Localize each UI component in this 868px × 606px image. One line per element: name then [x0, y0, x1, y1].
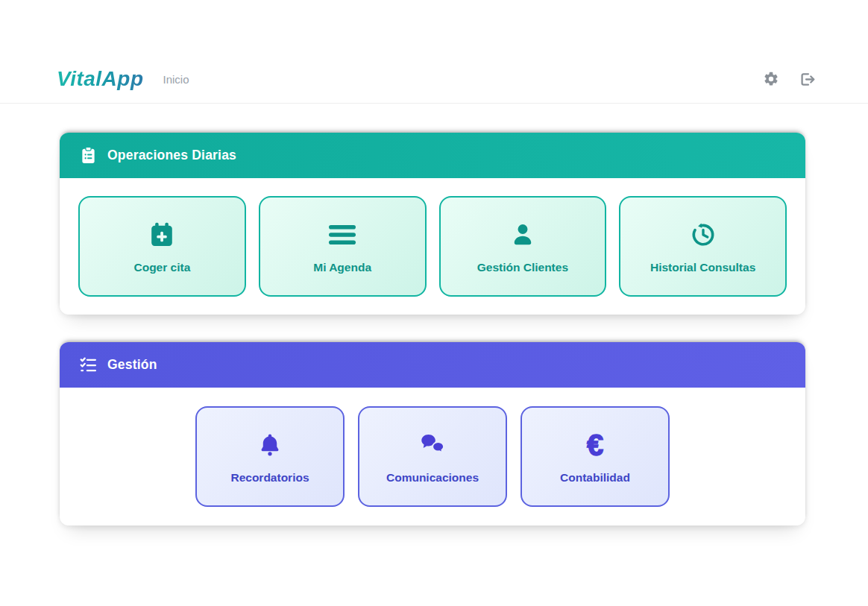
- tile-gestion-clientes[interactable]: Gestión Clientes: [439, 196, 607, 297]
- tile-comunicaciones[interactable]: Comunicaciones: [358, 406, 507, 507]
- gear-icon[interactable]: [762, 70, 780, 88]
- euro-glyph: €: [587, 429, 603, 461]
- person-icon: [509, 218, 536, 251]
- tile-label: Comunicaciones: [386, 471, 479, 485]
- tile-label: Historial Consultas: [650, 261, 755, 274]
- tile-recordatorios[interactable]: Recordatorios: [195, 406, 345, 507]
- tile-label: Mi Agenda: [313, 261, 371, 274]
- chat-dots-icon: [418, 429, 447, 461]
- tile-mi-agenda[interactable]: Mi Agenda: [259, 196, 427, 297]
- tile-contabilidad[interactable]: € Contabilidad: [521, 406, 670, 507]
- section-title: Operaciones Diarias: [107, 148, 236, 163]
- tile-coger-cita[interactable]: Coger cita: [78, 196, 246, 297]
- clock-history-icon: [689, 218, 717, 251]
- breadcrumb: Inicio: [163, 73, 189, 86]
- logout-icon[interactable]: [798, 70, 816, 88]
- section-header-gestion: Gestión: [60, 342, 805, 388]
- clipboard-list-icon: [79, 146, 98, 165]
- section-operaciones-diarias: Operaciones Diarias Coger cita: [60, 133, 805, 315]
- section-title: Gestión: [107, 357, 157, 373]
- tile-label: Recordatorios: [230, 471, 309, 485]
- tile-label: Gestión Clientes: [477, 261, 568, 274]
- bell-icon: [257, 429, 283, 461]
- operaciones-tiles: Coger cita Mi Agenda Gestión Clientes: [60, 178, 805, 315]
- tile-historial-consultas[interactable]: Historial Consultas: [619, 196, 787, 297]
- calendar-plus-icon: [148, 218, 175, 251]
- tile-label: Contabilidad: [560, 471, 630, 485]
- topbar: VitalApp Inicio: [0, 0, 868, 104]
- section-gestion: Gestión Recordatorios Comunicaciones: [60, 342, 805, 525]
- tile-label: Coger cita: [133, 261, 190, 274]
- app-logo: VitalApp: [57, 67, 144, 91]
- list-icon: [327, 218, 358, 251]
- list-check-icon: [79, 356, 98, 374]
- euro-icon: €: [587, 429, 603, 461]
- gestion-tiles: Recordatorios Comunicaciones € Contabili…: [60, 388, 805, 525]
- section-header-operaciones: Operaciones Diarias: [60, 133, 805, 178]
